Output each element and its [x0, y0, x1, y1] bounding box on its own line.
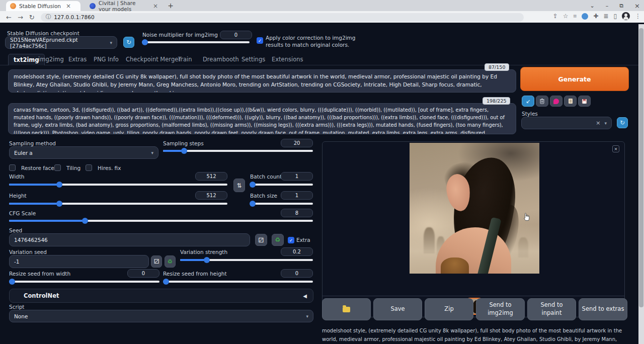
noise-multiplier-value[interactable]: 0 [220, 31, 252, 39]
random-seed-button[interactable]: ⚂ [255, 234, 267, 246]
send-to-extras-button[interactable]: Send to extras [579, 298, 627, 320]
extension-grid-icon[interactable]: ⌗ [574, 13, 577, 20]
new-tab-button[interactable]: + [166, 2, 175, 11]
close-gallery-icon[interactable]: × [612, 145, 619, 152]
generation-info-text: modelshoot style, (extremely detailed CG… [322, 327, 624, 344]
zip-button[interactable]: Zip [425, 298, 473, 320]
variation-strength-slider[interactable] [180, 259, 313, 261]
scrollbar-thumb[interactable] [639, 28, 643, 307]
random-variation-seed-button[interactable]: ⚂ [151, 255, 162, 268]
maximize-icon[interactable]: ⧉ [619, 3, 623, 9]
hires-fix-checkbox[interactable] [86, 164, 92, 171]
site-info-icon[interactable]: ⓘ [46, 14, 51, 21]
save-button[interactable]: Save [373, 298, 422, 320]
restore-faces-option[interactable]: Restore faces [9, 162, 57, 172]
resize-seed-width-value[interactable]: 0 [127, 269, 159, 278]
browser-tab-civitai[interactable]: Civitai | Share your models × [86, 1, 162, 11]
prompt-input[interactable]: modelshoot style, (extremely detailed CG… [8, 69, 516, 93]
batch-count-slider[interactable] [250, 184, 313, 186]
extra-networks-button[interactable] [550, 96, 562, 107]
tab-extras[interactable]: Extras [63, 54, 92, 65]
minimize-icon[interactable]: – [606, 3, 609, 9]
styles-dropdown[interactable]: × ▾ [521, 117, 612, 129]
tab-close-icon[interactable]: × [66, 3, 71, 10]
checkpoint-dropdown[interactable]: SD15NewVAEpruned.ckpt [27a4ac756c] ▾ [5, 36, 117, 49]
tab-train[interactable]: Train [173, 54, 197, 65]
variation-strength-value[interactable]: 0.2 [281, 247, 313, 256]
address-bar[interactable]: ⓘ 127.0.0.1:7860 [41, 13, 524, 22]
notepad-icon [568, 98, 573, 104]
hires-fix-option[interactable]: Hires. fix [86, 162, 121, 172]
refresh-icon: ↻ [126, 39, 131, 46]
width-value[interactable]: 512 [195, 172, 227, 181]
back-icon[interactable]: ← [6, 14, 12, 21]
bookmark-star-icon[interactable]: ☆ [563, 13, 569, 20]
browser-menu-icon[interactable]: ⋮ [635, 13, 641, 20]
generate-button[interactable]: Generate [520, 67, 629, 91]
reuse-variation-seed-button[interactable]: ♻ [165, 255, 176, 268]
variation-strength-label: Variation strength [180, 249, 227, 255]
reload-icon[interactable]: ↻ [29, 14, 35, 21]
resize-seed-width-slider[interactable] [9, 281, 159, 283]
apply-styles-button[interactable] [564, 96, 577, 107]
height-value[interactable]: 512 [195, 191, 227, 200]
send-to-inpaint-button[interactable]: Send to inpaint [527, 298, 576, 320]
forward-icon[interactable]: → [18, 14, 23, 21]
tab-close-icon[interactable]: × [153, 3, 158, 10]
browser-tab-stable-diffusion[interactable]: Stable Diffusion × [6, 1, 80, 11]
noise-multiplier-label: Noise multiplier for img2img [142, 32, 218, 38]
sampling-steps-value[interactable]: 20 [281, 139, 313, 147]
batch-count-value[interactable]: 1 [281, 172, 313, 181]
cfg-scale-slider[interactable] [9, 220, 313, 222]
open-folder-button[interactable] [322, 298, 371, 320]
swap-dimensions-button[interactable]: ⇅ [233, 179, 245, 192]
color-correction-checkbox[interactable]: ✓ [257, 37, 263, 44]
refresh-checkpoints-button[interactable]: ↻ [123, 37, 134, 48]
extensions-puzzle-icon[interactable]: ✚ [593, 13, 598, 20]
batch-size-slider[interactable] [250, 203, 313, 205]
sampling-steps-slider[interactable] [163, 150, 313, 152]
page-scrollbar[interactable] [638, 24, 644, 344]
extra-seed-checkbox[interactable]: ✓ [288, 237, 294, 243]
tiling-checkbox[interactable] [54, 164, 61, 171]
tab-png-info[interactable]: PNG Info [89, 54, 124, 65]
cfg-scale-value[interactable]: 8 [281, 209, 313, 217]
reuse-seed-button[interactable]: ♻ [272, 234, 284, 246]
resize-seed-height-slider[interactable] [163, 281, 313, 283]
generated-image[interactable] [410, 143, 539, 274]
tiling-option[interactable]: Tiling [54, 162, 80, 172]
share-icon[interactable]: ⇪ [553, 13, 558, 20]
tab-settings[interactable]: Settings [236, 54, 270, 65]
reading-list-icon[interactable]: ≣ [603, 13, 608, 20]
refresh-styles-button[interactable]: ↻ [617, 117, 628, 128]
profile-avatar[interactable] [622, 12, 630, 20]
negative-prompt-input[interactable]: canvas frame, cartoon, 3d, ((disfigured)… [8, 103, 516, 134]
seed-input[interactable]: 1476462546 [9, 233, 250, 246]
batch-size-value[interactable]: 1 [281, 191, 313, 200]
clear-prompt-button[interactable] [536, 96, 548, 107]
zip-label: Zip [444, 305, 453, 313]
script-dropdown[interactable]: None ▾ [9, 310, 313, 322]
clear-styles-icon[interactable]: × [596, 120, 600, 126]
controlnet-label: ControlNet [24, 292, 59, 299]
cfg-scale-label: CFG Scale [9, 210, 36, 216]
side-panel-icon[interactable]: ▯ [613, 13, 617, 20]
sampling-method-dropdown[interactable]: Euler a ▾ [9, 146, 158, 159]
tab-extensions[interactable]: Extensions [267, 54, 308, 65]
restore-faces-checkbox[interactable] [9, 164, 16, 171]
paste-params-button[interactable]: ↙ [522, 96, 534, 107]
resize-seed-height-value[interactable]: 0 [281, 269, 313, 278]
extension-blue-icon[interactable] [582, 13, 588, 20]
noise-multiplier-slider[interactable] [142, 41, 250, 43]
close-window-icon[interactable]: × [634, 2, 640, 10]
save-style-button[interactable] [578, 96, 591, 107]
height-slider[interactable] [9, 203, 227, 205]
collapse-icon: ◀ [303, 293, 307, 299]
controlnet-accordion[interactable]: ControlNet ◀ [9, 289, 313, 303]
variation-seed-input[interactable]: -1 [9, 255, 149, 268]
send-inpaint-label: Send to inpaint [538, 301, 566, 317]
color-correction-label: Apply color correction to img2img result… [266, 34, 371, 48]
send-to-img2img-button[interactable]: Send to img2img [476, 298, 525, 320]
window-menu-icon[interactable]: ⌄ [590, 3, 595, 9]
width-slider[interactable] [9, 184, 227, 186]
